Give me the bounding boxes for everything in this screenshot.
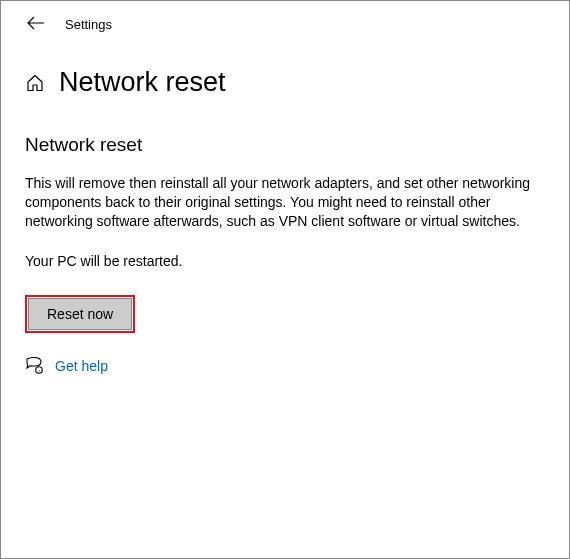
get-help-icon: ? — [25, 357, 43, 375]
description-text: This will remove then reinstall all your… — [25, 174, 535, 231]
reset-button-highlight: Reset now — [25, 295, 135, 333]
app-title: Settings — [65, 17, 112, 32]
reset-now-button[interactable]: Reset now — [28, 298, 132, 330]
section-heading: Network reset — [25, 134, 545, 156]
content-area: Network reset This will remove then rein… — [1, 106, 569, 375]
page-title: Network reset — [59, 67, 226, 98]
header: Settings — [1, 1, 569, 43]
help-row: ? Get help — [25, 357, 545, 375]
title-row: Network reset — [1, 43, 569, 106]
back-arrow-icon[interactable] — [27, 15, 45, 33]
home-icon[interactable] — [25, 73, 45, 93]
restart-note: Your PC will be restarted. — [25, 253, 545, 269]
get-help-link[interactable]: Get help — [55, 358, 108, 374]
